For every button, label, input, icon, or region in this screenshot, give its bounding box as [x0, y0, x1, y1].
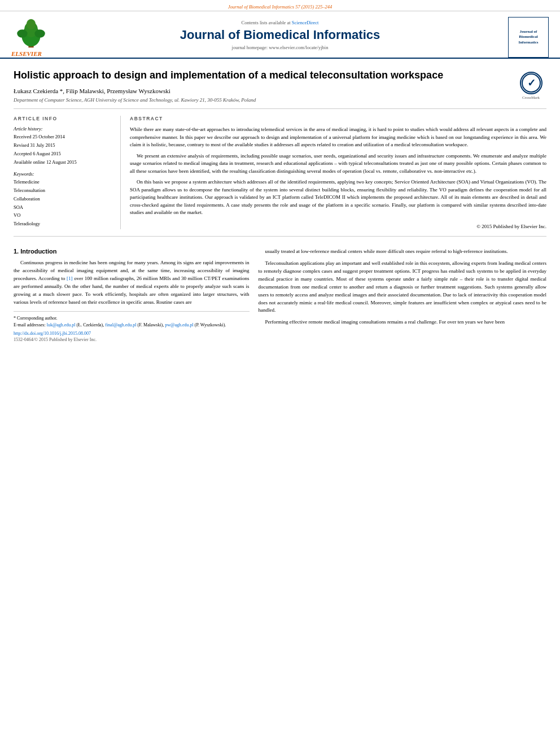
keywords-heading: Keywords: [14, 171, 113, 177]
journal-header-center: Contents lists available at ScienceDirec… [62, 20, 498, 55]
journal-header: ELSEVIER Contents lists available at Sci… [0, 11, 560, 59]
revised-date: Revised 31 July 2015 [14, 142, 113, 149]
main-content: Holistic approach to design and implemen… [0, 59, 560, 348]
keywords-section: Keywords: Telemedicine Teleconsultation … [14, 171, 113, 228]
doi-link[interactable]: http://dx.doi.org/10.1016/j.jbi.2015.08.… [14, 331, 250, 336]
intro-text-left: Continuous progress in medicine has been… [14, 259, 250, 307]
intro-paragraph-right-1: usually treated at low-reference medical… [259, 248, 546, 256]
journal-title: Journal of Biomedical Informatics [62, 28, 498, 42]
top-banner: Journal of Biomedical Informatics 57 (20… [0, 0, 560, 11]
intro-text-right: usually treated at low-reference medical… [259, 248, 546, 326]
svg-point-4 [17, 29, 27, 38]
article-title: Holistic approach to design and implemen… [14, 69, 510, 82]
email-czekierda[interactable]: luk@agh.edu.pl [47, 322, 76, 327]
keyword-collaboration: Collaboration [14, 195, 113, 203]
abstract-heading: ABSTRACT [130, 116, 546, 121]
keyword-telemedicine: Telemedicine [14, 178, 113, 186]
introduction-heading: 1. Introduction [14, 248, 250, 255]
article-history-heading: Article history: [14, 126, 113, 132]
svg-point-3 [27, 19, 36, 29]
abstract-paragraph-2: We present an extensive analysis of requ… [130, 152, 546, 176]
footnotes-section: * Corresponding author. E-mail addresses… [14, 311, 250, 342]
email-wyszkowski[interactable]: pw@agh.edu.pl [165, 322, 193, 327]
corresponding-author-note: * Corresponding author. [14, 315, 250, 322]
article-authors: Łukasz Czekierda *, Filip Malawski, Prze… [14, 88, 510, 94]
issn-line: 1532-0464/© 2015 Published by Elsevier I… [14, 337, 250, 342]
authors-text: Łukasz Czekierda *, Filip Malawski, Prze… [14, 88, 170, 94]
email-addresses-note: E-mail addresses: luk@agh.edu.pl (Ł. Cze… [14, 322, 250, 329]
jbi-logo: Journal of Biomedical Informatics [498, 17, 549, 58]
title-block: Holistic approach to design and implemen… [14, 69, 510, 103]
accepted-date: Accepted 6 August 2015 [14, 150, 113, 158]
crossmark-box: ✓ CrossMark [515, 72, 546, 100]
elsevier-label: ELSEVIER [11, 50, 42, 57]
article-affiliation: Department of Computer Science, AGH Univ… [14, 97, 510, 103]
intro-paragraph-right-3: Performing effective remote medical imag… [259, 318, 546, 326]
article-info-heading: ARTICLE INFO [14, 116, 113, 121]
crossmark-svg: ✓ [521, 73, 541, 93]
intro-left-column: 1. Introduction Continuous progress in m… [14, 248, 250, 342]
abstract-text: While there are many state-of-the-art ap… [130, 126, 546, 217]
homepage-url: journal homepage: www.elsevier.com/locat… [62, 45, 498, 50]
svg-text:✓: ✓ [527, 77, 535, 89]
svg-point-5 [34, 29, 45, 38]
citation-1[interactable]: [1] [67, 276, 73, 281]
sciencedirect-link[interactable]: ScienceDirect [292, 20, 319, 25]
intro-paragraph-right-2: Teleconsultation applications play an im… [259, 260, 546, 315]
available-date: Available online 12 August 2015 [14, 159, 113, 166]
keyword-vo: VO [14, 212, 113, 219]
article-body: ARTICLE INFO Article history: Received 2… [14, 109, 546, 237]
journal-reference: Journal of Biomedical Informatics 57 (20… [228, 4, 333, 10]
keyword-teleconsultation: Teleconsultation [14, 187, 113, 194]
intro-right-column: usually treated at low-reference medical… [259, 248, 546, 342]
email-malawski[interactable]: final@agh.edu.pl [105, 322, 136, 327]
introduction-section: 1. Introduction Continuous progress in m… [14, 237, 546, 348]
abstract-section: ABSTRACT While there are many state-of-t… [130, 116, 546, 229]
elsevier-tree-icon [11, 18, 51, 49]
copyright-line: © 2015 Published by Elsevier Inc. [130, 220, 546, 229]
intro-paragraph-left-1: Continuous progress in medicine has been… [14, 259, 250, 307]
crossmark-icon: ✓ [520, 72, 542, 94]
keyword-teleradiology: Teleradiology [14, 220, 113, 228]
contents-available-text: Contents lists available at ScienceDirec… [62, 20, 498, 25]
jbi-logo-box: Journal of Biomedical Informatics [508, 17, 549, 58]
article-info-panel: ARTICLE INFO Article history: Received 2… [14, 116, 121, 229]
article-title-section: Holistic approach to design and implemen… [14, 59, 546, 109]
crossmark-label: CrossMark [522, 95, 540, 100]
keyword-soa: SOA [14, 204, 113, 211]
abstract-paragraph-1: While there are many state-of-the-art ap… [130, 126, 546, 149]
abstract-paragraph-3: On this basis we propose a system archit… [130, 178, 546, 217]
received-date: Received 25 October 2014 [14, 133, 113, 141]
elsevier-logo: ELSEVIER [11, 18, 62, 57]
